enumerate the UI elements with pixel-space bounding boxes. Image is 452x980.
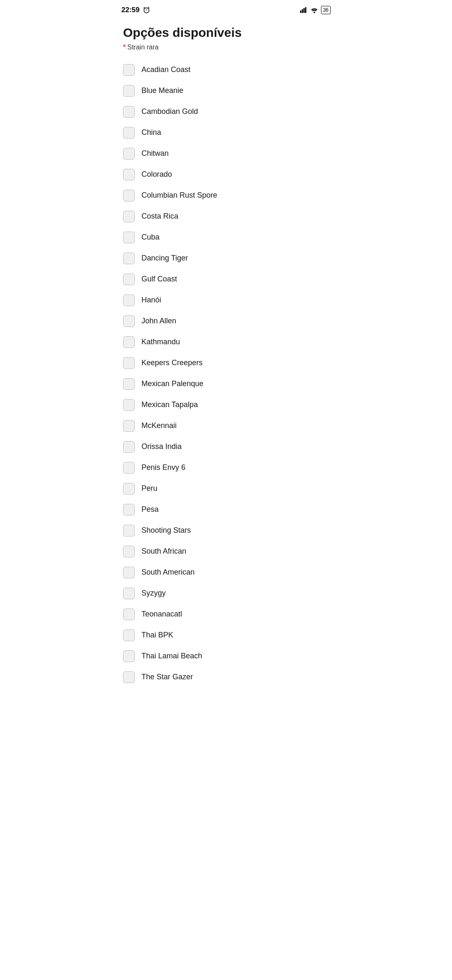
option-checkbox-gulf-coast[interactable]	[123, 273, 135, 285]
status-bar: 22:59 36	[113, 0, 339, 18]
list-item: South African	[123, 541, 329, 562]
option-checkbox-pesa[interactable]	[123, 504, 135, 516]
option-checkbox-kathmandu[interactable]	[123, 336, 135, 348]
svg-rect-1	[302, 9, 303, 13]
option-checkbox-dancing-tiger[interactable]	[123, 253, 135, 264]
option-checkbox-blue-meanie[interactable]	[123, 85, 135, 97]
battery-indicator: 36	[321, 6, 331, 14]
subtitle-text: Strain rara	[127, 44, 159, 51]
list-item: Peru	[123, 478, 329, 499]
option-checkbox-costa-rica[interactable]	[123, 211, 135, 222]
list-item: Cuba	[123, 227, 329, 248]
option-label-pesa[interactable]: Pesa	[141, 505, 159, 514]
option-checkbox-the-star-gazer[interactable]	[123, 671, 135, 683]
list-item: Pesa	[123, 499, 329, 520]
list-item: Syzygy	[123, 583, 329, 604]
list-item: Thai BPK	[123, 625, 329, 646]
list-item: McKennaii	[123, 415, 329, 436]
option-label-acadian-coast[interactable]: Acadian Coast	[141, 65, 190, 75]
list-item: Cambodian Gold	[123, 101, 329, 122]
list-item: Kathmandu	[123, 332, 329, 353]
option-checkbox-cambodian-gold[interactable]	[123, 106, 135, 118]
option-checkbox-syzygy[interactable]	[123, 588, 135, 599]
option-label-mexican-palenque[interactable]: Mexican Palenque	[141, 379, 203, 389]
option-checkbox-keepers-creepers[interactable]	[123, 357, 135, 369]
list-item: Blue Meanie	[123, 80, 329, 101]
option-checkbox-hanoi[interactable]	[123, 294, 135, 306]
option-label-orissa-india[interactable]: Orissa India	[141, 442, 182, 451]
option-label-costa-rica[interactable]: Costa Rica	[141, 211, 178, 221]
option-label-thai-lamai-beach[interactable]: Thai Lamai Beach	[141, 651, 202, 661]
option-label-keepers-creepers[interactable]: Keepers Creepers	[141, 358, 203, 368]
list-item: Costa Rica	[123, 206, 329, 227]
option-label-columbian-rust-spore[interactable]: Columbian Rust Spore	[141, 191, 217, 200]
list-item: Dancing Tiger	[123, 248, 329, 269]
page-content: Opções disponíveis * Strain rara Acadian…	[113, 18, 339, 701]
option-label-chitwan[interactable]: Chitwan	[141, 149, 169, 158]
option-label-john-allen[interactable]: John Allen	[141, 316, 176, 326]
list-item: Gulf Coast	[123, 269, 329, 290]
svg-point-4	[313, 12, 315, 13]
option-label-shooting-stars[interactable]: Shooting Stars	[141, 526, 191, 535]
option-checkbox-chitwan[interactable]	[123, 148, 135, 160]
list-item: Acadian Coast	[123, 59, 329, 80]
list-item: Hanói	[123, 290, 329, 311]
option-label-kathmandu[interactable]: Kathmandu	[141, 337, 180, 347]
list-item: Orissa India	[123, 436, 329, 457]
list-item: China	[123, 122, 329, 143]
option-label-south-american[interactable]: South American	[141, 567, 195, 577]
option-checkbox-orissa-india[interactable]	[123, 441, 135, 453]
option-label-colorado[interactable]: Colorado	[141, 170, 172, 179]
option-checkbox-john-allen[interactable]	[123, 315, 135, 327]
option-label-the-star-gazer[interactable]: The Star Gazer	[141, 672, 193, 682]
list-item: Columbian Rust Spore	[123, 185, 329, 206]
option-label-teonanacatl[interactable]: Teonanacatl	[141, 609, 182, 619]
option-checkbox-south-african[interactable]	[123, 546, 135, 557]
status-time: 22:59	[121, 6, 139, 14]
option-checkbox-columbian-rust-spore[interactable]	[123, 190, 135, 201]
option-checkbox-shooting-stars[interactable]	[123, 525, 135, 536]
option-checkbox-thai-bpk[interactable]	[123, 629, 135, 641]
svg-rect-0	[300, 10, 301, 13]
option-checkbox-cuba[interactable]	[123, 232, 135, 243]
list-item: Shooting Stars	[123, 520, 329, 541]
list-item: Mexican Palenque	[123, 374, 329, 395]
option-checkbox-mexican-palenque[interactable]	[123, 378, 135, 390]
option-label-gulf-coast[interactable]: Gulf Coast	[141, 274, 177, 284]
list-item: Chitwan	[123, 143, 329, 164]
option-checkbox-china[interactable]	[123, 127, 135, 139]
option-checkbox-colorado[interactable]	[123, 169, 135, 181]
option-label-hanoi[interactable]: Hanói	[141, 295, 161, 305]
option-label-south-african[interactable]: South African	[141, 547, 186, 556]
list-item: Teonanacatl	[123, 604, 329, 625]
option-checkbox-teonanacatl[interactable]	[123, 609, 135, 620]
option-checkbox-thai-lamai-beach[interactable]	[123, 650, 135, 662]
option-label-china[interactable]: China	[141, 128, 161, 137]
list-item: Penis Envy 6	[123, 457, 329, 478]
option-checkbox-mckennaii[interactable]	[123, 420, 135, 432]
list-item: The Star Gazer	[123, 667, 329, 688]
option-label-blue-meanie[interactable]: Blue Meanie	[141, 86, 183, 95]
option-label-thai-bpk[interactable]: Thai BPK	[141, 630, 173, 640]
option-checkbox-penis-envy-6[interactable]	[123, 462, 135, 474]
svg-rect-2	[303, 8, 305, 13]
option-label-cambodian-gold[interactable]: Cambodian Gold	[141, 107, 198, 116]
option-checkbox-peru[interactable]	[123, 483, 135, 495]
option-label-cuba[interactable]: Cuba	[141, 232, 159, 242]
option-label-penis-envy-6[interactable]: Penis Envy 6	[141, 463, 185, 472]
options-list: Acadian CoastBlue MeanieCambodian GoldCh…	[123, 59, 329, 688]
option-label-peru[interactable]: Peru	[141, 484, 157, 493]
option-checkbox-mexican-tapalpa[interactable]	[123, 399, 135, 411]
required-star: *	[123, 44, 126, 51]
page-title: Opções disponíveis	[123, 25, 329, 40]
list-item: Thai Lamai Beach	[123, 646, 329, 667]
option-label-mckennaii[interactable]: McKennaii	[141, 421, 177, 431]
option-checkbox-south-american[interactable]	[123, 567, 135, 578]
option-label-dancing-tiger[interactable]: Dancing Tiger	[141, 253, 188, 263]
list-item: Mexican Tapalpa	[123, 395, 329, 415]
option-checkbox-acadian-coast[interactable]	[123, 64, 135, 76]
svg-rect-3	[305, 7, 306, 13]
option-label-mexican-tapalpa[interactable]: Mexican Tapalpa	[141, 400, 198, 410]
subtitle: * Strain rara	[123, 44, 329, 51]
option-label-syzygy[interactable]: Syzygy	[141, 588, 166, 598]
